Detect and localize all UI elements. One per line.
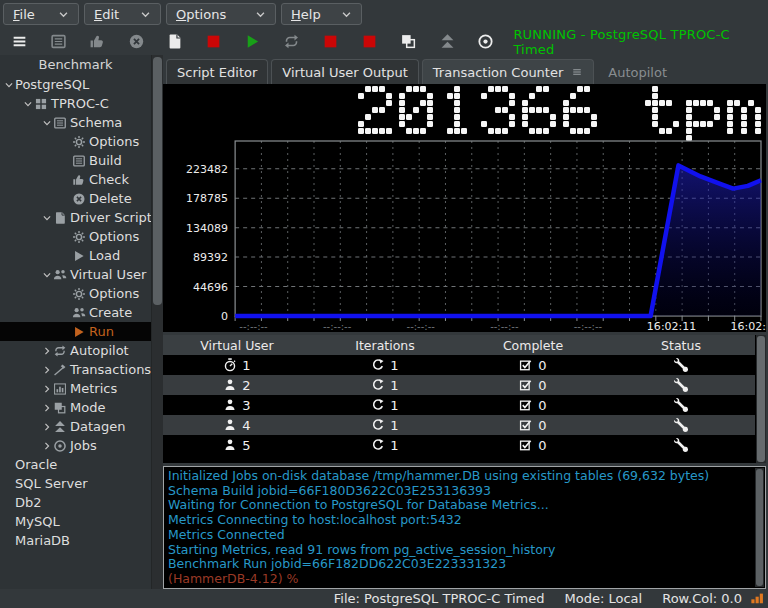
tree-item-jobs[interactable]: Jobs bbox=[0, 436, 151, 455]
gear-icon bbox=[72, 230, 87, 244]
sidebar-scrollbar-thumb[interactable] bbox=[153, 57, 162, 305]
tree-item-build[interactable]: Build bbox=[0, 151, 151, 170]
toolbar-button-jobs[interactable] bbox=[467, 29, 506, 55]
toolbar-button-stop-1[interactable] bbox=[194, 29, 233, 55]
vu-cell-iterations: 1 bbox=[311, 438, 459, 453]
tree-item-schema[interactable]: Schema bbox=[0, 113, 151, 132]
menu-file[interactable]: File bbox=[3, 3, 79, 25]
tree-item-sql-server[interactable]: SQL Server bbox=[0, 474, 151, 493]
toolbar-button-main-menu[interactable] bbox=[0, 29, 39, 55]
console-log[interactable]: Initialized Jobs on-disk database /tmp/h… bbox=[163, 466, 766, 589]
tree-item-label: Create bbox=[89, 305, 132, 320]
menu-label: File bbox=[13, 7, 35, 22]
svg-text:223482: 223482 bbox=[186, 163, 228, 176]
tab-label: Autopilot bbox=[608, 65, 667, 80]
vu-table-scrollbar-thumb[interactable] bbox=[757, 336, 765, 462]
log-line: Benchmark Run jobid=66F182DD622C03E22333… bbox=[168, 557, 761, 572]
play-icon bbox=[72, 325, 87, 339]
expander-open[interactable] bbox=[40, 213, 53, 223]
checkbox-icon bbox=[519, 438, 533, 452]
vu-table-scrollbar[interactable] bbox=[756, 335, 766, 463]
tree-item-options[interactable]: Options bbox=[0, 227, 151, 246]
tree-item-create[interactable]: Create bbox=[0, 303, 151, 322]
console-scrollbar-thumb[interactable] bbox=[756, 469, 763, 586]
tree-item-autopilot[interactable]: Autopilot bbox=[0, 341, 151, 360]
toolbar-button-build-schema[interactable] bbox=[39, 29, 78, 55]
expander-closed[interactable] bbox=[40, 365, 53, 375]
tree-item-virtual-user[interactable]: Virtual User bbox=[0, 265, 151, 284]
tree-item-datagen[interactable]: Datagen bbox=[0, 417, 151, 436]
console-log-lines: Initialized Jobs on-disk database /tmp/h… bbox=[168, 469, 761, 587]
tree-item-run[interactable]: Run bbox=[0, 322, 151, 341]
toolbar-button-stop-3[interactable] bbox=[350, 29, 389, 55]
metrics-icon bbox=[53, 382, 68, 396]
expander-closed[interactable] bbox=[40, 346, 53, 356]
tree-item-delete[interactable]: Delete bbox=[0, 189, 151, 208]
tree-item-label: Autopilot bbox=[70, 343, 129, 358]
toolbar-button-mode[interactable] bbox=[389, 29, 428, 55]
tree-item-mysql[interactable]: MySQL bbox=[0, 512, 151, 531]
svg-text:0: 0 bbox=[221, 310, 228, 323]
users-icon bbox=[53, 268, 68, 282]
tab-transaction-counter[interactable]: Transaction Counter bbox=[422, 59, 594, 84]
toolbar-button-delete-schema[interactable] bbox=[117, 29, 156, 55]
vu-cell-user-value: 2 bbox=[242, 378, 250, 393]
x-circle-icon bbox=[128, 33, 145, 50]
tab-script-editor[interactable]: Script Editor bbox=[166, 59, 268, 84]
target-icon bbox=[53, 439, 68, 453]
tree-item-options[interactable]: Options bbox=[0, 284, 151, 303]
vu-row-1[interactable]: 110 bbox=[163, 355, 755, 375]
vu-cell-complete: 0 bbox=[459, 378, 607, 393]
hammerdb-window: FileEditOptionsHelp RUNNING - PostgreSQL… bbox=[0, 0, 768, 608]
tree-item-options[interactable]: Options bbox=[0, 132, 151, 151]
tree-item-transactions[interactable]: Transactions bbox=[0, 360, 151, 379]
console-scrollbar[interactable] bbox=[755, 468, 764, 587]
menu-label: Options bbox=[176, 7, 226, 22]
vu-row-3[interactable]: 310 bbox=[163, 395, 755, 415]
expander-closed[interactable] bbox=[40, 403, 53, 413]
dot-matrix-char bbox=[645, 86, 679, 142]
expander-closed[interactable] bbox=[40, 441, 53, 451]
expander-closed[interactable] bbox=[40, 422, 53, 432]
expander-open[interactable] bbox=[40, 118, 53, 128]
tab-label: Virtual User Output bbox=[282, 65, 408, 80]
tpm-chart: 04469689392134089178785223482--:--:----:… bbox=[163, 140, 766, 332]
datagen-icon bbox=[439, 33, 456, 50]
tree-item-check[interactable]: Check bbox=[0, 170, 151, 189]
vu-row-4[interactable]: 410 bbox=[163, 415, 755, 435]
tab-autopilot[interactable]: Autopilot bbox=[597, 59, 678, 84]
tab-virtual-user-output[interactable]: Virtual User Output bbox=[271, 59, 419, 84]
toolbar-button-driver-script[interactable] bbox=[156, 29, 195, 55]
vu-row-5[interactable]: 510 bbox=[163, 435, 755, 455]
tree-item-mode[interactable]: Mode bbox=[0, 398, 151, 417]
vu-row-2[interactable]: 210 bbox=[163, 375, 755, 395]
tree-item-oracle[interactable]: Oracle bbox=[0, 455, 151, 474]
tree-item-driver-script[interactable]: Driver Script bbox=[0, 208, 151, 227]
toolbar-button-run-virtual-users[interactable] bbox=[233, 29, 272, 55]
tree-item-mariadb[interactable]: MariaDB bbox=[0, 531, 151, 550]
toolbar-button-stop-2[interactable] bbox=[311, 29, 350, 55]
expander-open[interactable] bbox=[21, 99, 34, 109]
tree-item-label: Db2 bbox=[15, 495, 42, 510]
toolbar-button-datagen[interactable] bbox=[428, 29, 467, 55]
tree-item-label: Options bbox=[89, 286, 139, 301]
tree-item-label: Schema bbox=[70, 115, 122, 130]
toolbar-button-autopilot[interactable] bbox=[272, 29, 311, 55]
tree-item-tproc-c[interactable]: TPROC-C bbox=[0, 94, 151, 113]
tree-item-metrics[interactable]: Metrics bbox=[0, 379, 151, 398]
expander-open[interactable] bbox=[2, 80, 15, 90]
tree-item-postgresql[interactable]: PostgreSQL bbox=[0, 75, 151, 94]
menu-label: Help bbox=[291, 7, 321, 22]
sidebar-scrollbar[interactable] bbox=[151, 55, 163, 589]
menu-options[interactable]: Options bbox=[166, 3, 276, 25]
toolbar-button-check-schema[interactable] bbox=[78, 29, 117, 55]
vu-cell-iterations-value: 1 bbox=[390, 378, 398, 393]
menu-help[interactable]: Help bbox=[281, 3, 362, 25]
tree-item-db2[interactable]: Db2 bbox=[0, 493, 151, 512]
menu-edit[interactable]: Edit bbox=[84, 3, 161, 25]
tree-item-load[interactable]: Load bbox=[0, 246, 151, 265]
expander-open[interactable] bbox=[40, 270, 53, 280]
expander-closed[interactable] bbox=[40, 384, 53, 394]
chevron-down-icon bbox=[58, 9, 69, 20]
vu-column-complete: Complete bbox=[459, 338, 607, 353]
